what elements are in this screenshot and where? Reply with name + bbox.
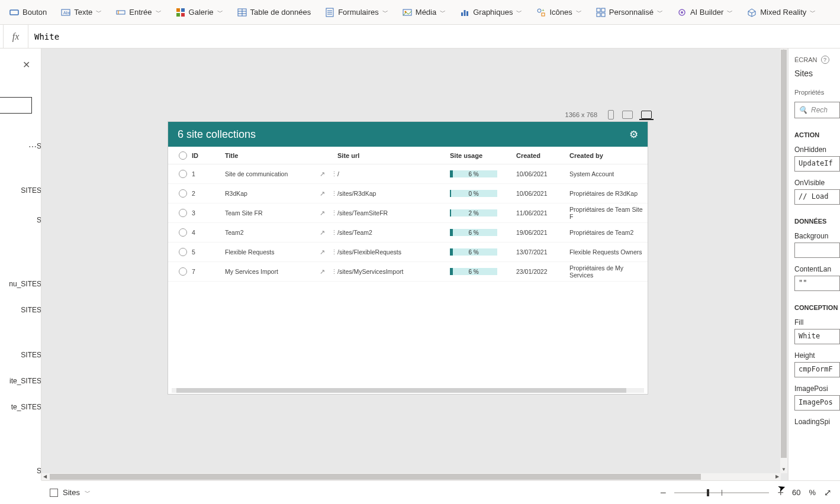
status-screen-name: Sites [63,488,80,497]
cell-createdby: Propriétaires de Team Site F [569,206,648,220]
row-radio[interactable] [179,228,187,237]
zoom-slider[interactable] [674,492,769,493]
laptop-icon[interactable] [641,111,652,119]
tree-item[interactable]: SITES [0,182,41,199]
prop-imagepos-value[interactable]: ImagePos [794,395,840,411]
cell-createdby: Flexible Requests Owners [569,248,648,256]
canvas-vertical-scrollbar[interactable]: ▲▼ [780,49,787,473]
prop-height-label: Height [794,351,840,360]
tree-item[interactable]: nu_SITES [0,275,41,293]
ribbon-bouton[interactable]: Bouton [6,5,50,20]
table-row[interactable]: 2R3dKap↗⋮/sites/R3dKap0 %10/06/2021Propr… [168,184,648,203]
fx-label: fx [4,25,28,48]
expand-icon[interactable]: ⤢ [824,487,832,498]
prop-background-value[interactable] [794,243,840,258]
chevron-down-icon: ﹀ [810,8,816,17]
col-by: Created by [569,152,648,159]
table-header-row: ID Title Site url Site usage Created Cre… [168,147,648,164]
svg-rect-26 [601,8,605,12]
chevron-down-icon[interactable]: ﹀ [85,489,91,497]
usage-bar: 0 % [450,190,497,197]
ribbon-entrée[interactable]: Entrée﹀ [112,5,165,20]
formula-input[interactable] [28,25,840,48]
more-vertical-icon[interactable]: ⋮ [331,268,337,276]
svg-rect-20 [464,10,466,16]
open-icon[interactable]: ↗ [320,209,325,217]
prop-fill-value[interactable]: White [794,329,840,344]
cell-created: 10/06/2021 [516,190,569,197]
row-radio[interactable] [179,170,187,178]
open-icon[interactable]: ↗ [320,190,325,198]
tree-item[interactable]: SITES [0,346,41,364]
tree-item[interactable]: SITES [0,301,41,319]
tree-item[interactable]: S [0,137,41,155]
ribbon-table-de-données[interactable]: Table de données [234,5,315,20]
tablet-icon[interactable] [622,111,633,119]
more-vertical-icon[interactable]: ⋮ [331,170,337,178]
row-radio[interactable] [179,248,187,256]
chart-icon [460,8,469,17]
prop-onvisible-value[interactable]: // Load [794,189,840,205]
properties-search[interactable]: 🔍 Rech [794,102,840,118]
ribbon-mixed-reality[interactable]: Mixed Reality﹀ [744,5,819,20]
table-row[interactable]: 4Team2↗⋮/sites/Team26 %19/06/2021Proprié… [168,223,648,243]
row-radio[interactable] [179,209,187,217]
select-all-radio[interactable] [179,151,187,160]
ribbon-personnalisé[interactable]: Personnalisé﹀ [593,5,667,20]
tree-item[interactable]: ite_SITES [0,372,41,390]
gallery-icon [176,8,185,17]
open-icon[interactable]: ↗ [320,229,325,237]
screen-checkbox[interactable] [50,489,58,497]
ribbon-label: Mixed Reality [760,8,806,17]
phone-icon[interactable] [608,110,614,119]
open-icon[interactable]: ↗ [320,248,325,256]
canvas-horizontal-scrollbar[interactable]: ◀▶ [41,473,781,480]
ribbon-ai-builder[interactable]: AI Builder﹀ [674,5,736,20]
tree-items: SSITESSnu_SITESSITESSITESite_SITESte_SIT… [0,137,41,480]
more-vertical-icon[interactable]: ⋮ [331,209,337,217]
panel-header: ÉCRAN [794,56,818,63]
zoom-value: 60 [792,488,800,497]
tree-item[interactable]: S [0,211,41,229]
help-icon[interactable]: ? [821,56,829,64]
app-header: 6 site collections ⚙ [168,122,648,147]
ribbon-formulaires[interactable]: Formulaires﹀ [321,5,392,20]
prop-onhidden-value[interactable]: UpdateIf [794,156,840,172]
open-icon[interactable]: ↗ [320,170,325,178]
row-radio[interactable] [179,267,187,276]
svg-rect-8 [181,13,185,17]
ribbon-galerie[interactable]: Galerie﹀ [172,5,227,20]
zoom-out-button[interactable]: − [660,487,667,498]
more-vertical-icon[interactable]: ⋮ [331,248,337,256]
svg-rect-28 [601,13,605,17]
open-icon[interactable]: ↗ [320,268,325,276]
tree-item[interactable]: te_SITES [0,398,41,416]
cell-title: My Services Import [225,268,314,275]
tree-search-input[interactable] [0,97,32,114]
tree-item[interactable]: S [0,462,41,480]
col-url: Site url [337,152,450,159]
table-row[interactable]: 7My Services Import↗⋮/sites/MyServicesIm… [168,262,648,282]
cell-created: 19/06/2021 [516,229,569,236]
ribbon-icônes[interactable]: +Icônes﹀ [533,5,585,20]
prop-fill-label: Fill [794,318,840,327]
table-row[interactable]: 5Flexible Requests↗⋮/sites/FlexibleReque… [168,243,648,262]
ribbon-texte[interactable]: AbcTexte﹀ [57,5,105,20]
cell-url: /sites/FlexibleRequests [337,248,450,256]
prop-height-value[interactable]: cmpFormF [794,362,840,377]
more-vertical-icon[interactable]: ⋮ [331,229,337,237]
icons-icon: + [536,8,546,17]
table-row[interactable]: 3Team Site FR↗⋮/sites/TeamSiteFR2 %11/06… [168,203,648,223]
close-icon[interactable]: ✕ [22,59,30,70]
more-vertical-icon[interactable]: ⋮ [331,190,337,198]
cell-createdby: Propriétaires de Team2 [569,229,648,236]
ribbon-label: Galerie [189,8,214,17]
svg-point-30 [681,11,683,14]
app-horizontal-scrollbar[interactable] [172,388,644,393]
gear-icon[interactable]: ⚙ [629,128,638,141]
ribbon-média[interactable]: Média﹀ [399,5,449,20]
table-row[interactable]: 1Site de communication↗⋮/6 %10/06/2021Sy… [168,164,648,184]
prop-contentlan-value[interactable]: "" [794,276,840,291]
row-radio[interactable] [179,189,187,198]
ribbon-graphiques[interactable]: Graphiques﹀ [456,5,526,20]
